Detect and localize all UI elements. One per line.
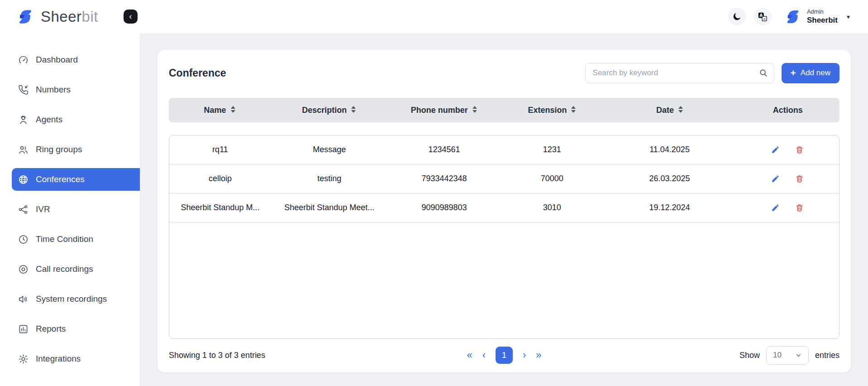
sidebar-item-label: IVR	[36, 204, 50, 214]
cell-phone-number: 9090989803	[387, 193, 501, 222]
conference-card: Conference + Add new	[157, 50, 851, 372]
sidebar-item-dashboard[interactable]: Dashboard	[12, 48, 140, 71]
showing-entries-text: Showing 1 to 3 of 3 entries	[169, 351, 467, 360]
sidebar-item-label: Time Condition	[36, 234, 93, 244]
pagination-next-button[interactable]: ›	[523, 350, 526, 360]
edit-button[interactable]	[770, 174, 781, 184]
sidebar-item-conferences[interactable]: Conferences	[12, 168, 140, 191]
user-texts: Admin Sheerbit	[807, 8, 838, 25]
sort-icon	[230, 106, 236, 115]
column-header-phone-number[interactable]: Phone number	[387, 98, 501, 122]
agent-headset-icon	[18, 115, 29, 125]
cell-extension: 3010	[501, 193, 603, 222]
search-input[interactable]	[585, 63, 774, 83]
table-footer: Showing 1 to 3 of 3 entries « ‹ 1 › » Sh…	[169, 339, 839, 372]
delete-button[interactable]	[794, 174, 805, 184]
cell-actions	[736, 135, 839, 164]
column-header-extension[interactable]: Extension	[501, 98, 604, 122]
sidebar-item-label: Numbers	[36, 85, 71, 95]
moon-icon	[732, 12, 742, 21]
column-header-date[interactable]: Date	[603, 98, 736, 122]
share-network-icon	[18, 204, 29, 215]
sidebar-item-system-recordings[interactable]: System recordings	[12, 288, 140, 310]
users-icon	[18, 145, 29, 155]
sidebar-item-label: Ring groups	[36, 145, 82, 154]
gear-icon	[18, 354, 29, 364]
phone-incoming-icon	[18, 85, 29, 95]
chevron-down-icon: ▾	[847, 13, 850, 20]
sidebar-item-ring-groups[interactable]: Ring groups	[12, 138, 140, 161]
dashboard-gauge-icon	[18, 55, 29, 65]
page-size-value: 10	[773, 351, 782, 360]
topbar-actions: A א Admin Sheerbit ▾	[728, 7, 850, 26]
cell-phone-number: 1234561	[387, 135, 501, 164]
globe-icon	[18, 174, 29, 185]
user-avatar-logo	[783, 7, 802, 26]
sidebar-item-label: Reports	[36, 324, 66, 334]
sidebar-item-reports[interactable]: Reports	[12, 318, 140, 340]
speaker-icon	[18, 294, 29, 304]
cell-name: Sheerbit Standup M...	[169, 193, 271, 222]
sidebar-item-label: System recordings	[36, 294, 107, 304]
table-row: rq11 Message 1234561 1231 11.04.2025	[169, 135, 839, 164]
cell-actions	[736, 193, 839, 222]
cell-description: Sheerbit Standup Meet...	[271, 193, 388, 222]
pagination-first-button[interactable]: «	[467, 350, 472, 360]
user-menu[interactable]: Admin Sheerbit ▾	[783, 7, 850, 26]
main-content: Conference + Add new	[140, 33, 868, 386]
pagination-page-1[interactable]: 1	[496, 347, 513, 364]
cell-name: celloip	[169, 164, 271, 193]
edit-button[interactable]	[770, 145, 781, 155]
table-row: Sheerbit Standup M... Sheerbit Standup M…	[169, 193, 839, 222]
sidebar-item-ivr[interactable]: IVR	[12, 198, 140, 221]
delete-button[interactable]	[794, 145, 805, 155]
sidebar-item-agents[interactable]: Agents	[12, 108, 140, 131]
sidebar-item-time-condition[interactable]: Time Condition	[12, 228, 140, 251]
entries-label: entries	[815, 351, 839, 360]
cell-description: Message	[271, 135, 388, 164]
sidebar-item-numbers[interactable]: Numbers	[12, 78, 140, 101]
column-header-name[interactable]: Name	[169, 98, 271, 122]
page-size-select[interactable]: 10	[766, 346, 809, 365]
language-toggle-button[interactable]: A א	[754, 8, 772, 25]
cell-description: testing	[271, 164, 388, 193]
search-field	[585, 63, 774, 83]
bar-chart-icon	[18, 324, 29, 334]
clock-icon	[18, 234, 29, 245]
sort-icon	[472, 106, 477, 115]
sidebar: Dashboard Numbers Agents	[0, 33, 140, 386]
table-body: rq11 Message 1234561 1231 11.04.2025	[169, 135, 839, 339]
column-header-description[interactable]: Description	[271, 98, 387, 122]
chevron-down-icon	[795, 352, 802, 359]
cell-date: 26.03.2025	[603, 164, 736, 193]
add-new-button[interactable]: + Add new	[782, 63, 839, 83]
sidebar-collapse-button[interactable]: ‹	[124, 10, 138, 24]
sidebar-item-label: Call recordings	[36, 264, 93, 274]
show-label: Show	[739, 351, 760, 360]
record-disc-icon	[18, 264, 29, 275]
sort-icon	[571, 106, 576, 115]
pagination-last-button[interactable]: »	[536, 350, 541, 360]
sidebar-item-integrations[interactable]: Integrations	[12, 347, 140, 370]
column-header-actions: Actions	[736, 98, 839, 122]
cell-date: 19.12.2024	[603, 193, 736, 222]
page-title: Conference	[169, 67, 226, 79]
table-header: Name Description Phone number Extension …	[169, 98, 839, 122]
sort-icon	[351, 106, 356, 115]
delete-button[interactable]	[794, 203, 805, 213]
pagination: « ‹ 1 › »	[467, 347, 541, 364]
theme-toggle-button[interactable]	[728, 8, 746, 25]
user-role: Admin	[807, 8, 838, 15]
cell-date: 11.04.2025	[603, 135, 736, 164]
sidebar-item-label: Conferences	[36, 174, 85, 184]
pagination-prev-button[interactable]: ‹	[482, 350, 486, 360]
brand: Sheerbit	[15, 7, 98, 27]
sidebar-item-call-recordings[interactable]: Call recordings	[12, 258, 140, 280]
cell-actions	[736, 164, 839, 193]
sort-icon	[678, 106, 683, 115]
sheerbit-logo-icon	[15, 7, 35, 27]
search-icon	[758, 68, 768, 80]
edit-button[interactable]	[770, 203, 781, 213]
translate-icon: A א	[758, 12, 768, 22]
cell-extension: 70000	[501, 164, 603, 193]
